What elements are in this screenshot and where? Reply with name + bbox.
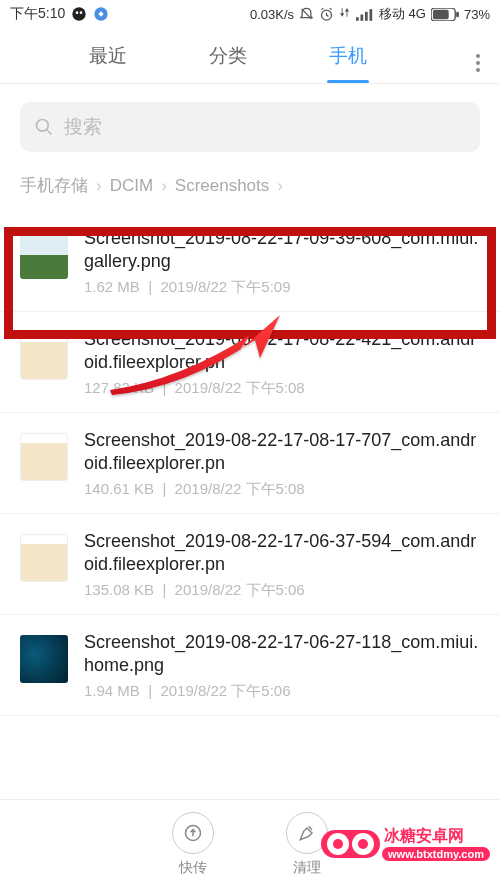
app-icon — [93, 6, 109, 22]
svg-point-13 — [37, 120, 49, 132]
search-icon — [34, 117, 54, 137]
svg-point-1 — [76, 11, 79, 14]
battery-icon — [431, 8, 459, 21]
status-bar: 下午5:10 0.03K/s 移动 4G 73% — [0, 0, 500, 28]
status-time: 下午5:10 — [10, 5, 65, 23]
crumb-dcim[interactable]: DCIM — [110, 176, 153, 196]
file-thumbnail — [20, 635, 68, 683]
battery-pct: 73% — [464, 7, 490, 22]
alarm-icon — [319, 7, 334, 22]
broom-icon — [297, 823, 317, 843]
svg-rect-12 — [456, 11, 459, 17]
tab-category[interactable]: 分类 — [168, 29, 288, 83]
file-name: Screenshot_2019-08-22-17-08-22-421_com.a… — [84, 328, 480, 373]
file-list: Screenshot_2019-08-22-17-09-39-608_com.m… — [0, 211, 500, 716]
tab-phone[interactable]: 手机 — [288, 29, 408, 83]
file-item[interactable]: Screenshot_2019-08-22-17-08-17-707_com.a… — [0, 413, 500, 514]
file-meta: 135.08 KB | 2019/8/22 下午5:06 — [84, 581, 480, 600]
signal-icon — [356, 8, 374, 21]
carrier: 移动 4G — [379, 5, 426, 23]
svg-rect-8 — [365, 11, 368, 20]
file-thumbnail — [20, 534, 68, 582]
crumb-storage[interactable]: 手机存储 — [20, 174, 88, 197]
breadcrumb: 手机存储 › DCIM › Screenshots › — [0, 174, 500, 211]
svg-point-2 — [80, 11, 83, 14]
svg-rect-9 — [370, 9, 373, 21]
svg-point-0 — [73, 7, 86, 20]
qq-icon — [71, 6, 87, 22]
search-input[interactable]: 搜索 — [20, 102, 480, 152]
chevron-right-icon: › — [96, 176, 102, 196]
file-item[interactable]: Screenshot_2019-08-22-17-06-27-118_com.m… — [0, 615, 500, 716]
search-placeholder: 搜索 — [64, 114, 102, 140]
chevron-right-icon: › — [277, 176, 283, 196]
svg-rect-11 — [433, 9, 449, 18]
svg-line-14 — [47, 130, 52, 135]
crumb-screenshots[interactable]: Screenshots — [175, 176, 270, 196]
file-name: Screenshot_2019-08-22-17-09-39-608_com.m… — [84, 227, 480, 272]
file-name: Screenshot_2019-08-22-17-06-37-594_com.a… — [84, 530, 480, 575]
network-speed: 0.03K/s — [250, 7, 294, 22]
file-meta: 140.61 KB | 2019/8/22 下午5:08 — [84, 480, 480, 499]
file-item[interactable]: Screenshot_2019-08-22-17-09-39-608_com.m… — [0, 211, 500, 312]
file-item[interactable]: Screenshot_2019-08-22-17-08-22-421_com.a… — [0, 312, 500, 413]
watermark: 冰糖安卓网 www.btxtdmy.com — [321, 826, 490, 861]
file-name: Screenshot_2019-08-22-17-06-27-118_com.m… — [84, 631, 480, 676]
file-meta: 127.83 KB | 2019/8/22 下午5:08 — [84, 379, 480, 398]
file-meta: 1.94 MB | 2019/8/22 下午5:06 — [84, 682, 480, 701]
data-icon — [339, 7, 351, 22]
file-meta: 1.62 MB | 2019/8/22 下午5:09 — [84, 278, 480, 297]
mute-icon — [299, 7, 314, 22]
tab-recent[interactable]: 最近 — [48, 29, 168, 83]
more-button[interactable] — [456, 40, 500, 72]
svg-rect-6 — [356, 17, 359, 21]
upload-icon — [183, 823, 203, 843]
fast-send-button[interactable]: 快传 — [136, 812, 250, 877]
file-name: Screenshot_2019-08-22-17-08-17-707_com.a… — [84, 429, 480, 474]
file-thumbnail — [20, 231, 68, 279]
chevron-right-icon: › — [161, 176, 167, 196]
tabs: 最近 分类 手机 — [0, 28, 500, 84]
file-thumbnail — [20, 332, 68, 380]
svg-rect-7 — [361, 14, 364, 20]
file-thumbnail — [20, 433, 68, 481]
file-item[interactable]: Screenshot_2019-08-22-17-06-37-594_com.a… — [0, 514, 500, 615]
